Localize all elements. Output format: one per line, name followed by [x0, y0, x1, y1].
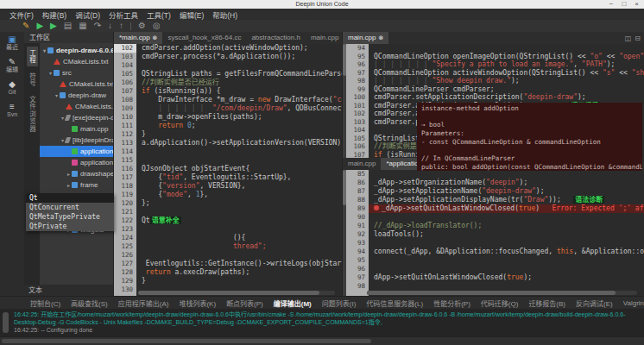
code-line[interactable]: 90 — [343, 213, 644, 222]
expander-icon[interactable]: ▾ — [54, 92, 60, 98]
tree-item[interactable]: ▾deepin-draw — [40, 90, 113, 101]
expander-icon[interactable]: ▸ — [66, 171, 72, 177]
bottom-tab-8[interactable]: 性能分析(P) — [429, 298, 475, 308]
record-icon[interactable]: ◎ — [153, 20, 161, 32]
activity-item-Git[interactable]: ◆Git — [9, 79, 16, 96]
completion-item-QtConcurrent[interactable]: QtConcurrent — [26, 203, 114, 212]
tree-item[interactable]: CMakeLists.txt — [40, 56, 113, 67]
step-down-icon[interactable]: ↓ — [108, 20, 112, 32]
code-line[interactable]: 98 — [343, 282, 644, 291]
code-line[interactable]: 105QStringList paths = getFilesFromQComm… — [114, 70, 342, 78]
minimize-button[interactable]: − — [609, 0, 614, 9]
activity-item-最近[interactable]: ▣最近 — [6, 34, 18, 51]
bottom-tab-7[interactable]: 代码信息服务器(L) — [362, 298, 427, 308]
code-line[interactable]: 92loadTools(); — [343, 230, 644, 239]
completion-item-QtPrivate[interactable]: QtPrivate — [26, 222, 114, 231]
menu-item-3[interactable]: 分析工具 — [104, 9, 142, 20]
code-line[interactable]: 94 — [343, 44, 644, 53]
code-line[interactable]: 120}; — [114, 199, 342, 208]
menu-item-6[interactable]: 帮助(H) — [208, 9, 242, 20]
tree-item[interactable]: ▾deepin-draw-6.0.6 — [40, 45, 113, 56]
code-line[interactable]: 97QCommandLineOption activeWindowOption(… — [343, 69, 644, 78]
bottom-tab-9[interactable]: 代码迁移(Q) — [477, 298, 523, 308]
code-line[interactable]: 104 — [114, 61, 342, 70]
workspace-tab-符号[interactable]: 符号 — [27, 70, 38, 90]
pencil-icon[interactable]: ✎ — [22, 20, 29, 32]
code-line[interactable]: 122Qt语意补全 — [114, 216, 342, 225]
code-line[interactable]: 103cmdParser.process(*a.dApplication()); — [114, 53, 342, 61]
split-editor-icon[interactable]: ◫ — [625, 34, 632, 42]
code-line[interactable]: 85 — [343, 170, 644, 179]
menu-item-0[interactable]: 文件(F) — [5, 9, 38, 20]
menu-item-1[interactable]: 构建(B) — [38, 9, 71, 20]
code-line[interactable]: 96| | | | | | | "Specify a path to load … — [343, 60, 644, 69]
bottom-tab-3[interactable]: 堆栈列表(K) — [174, 298, 220, 308]
close-button[interactable]: × — [635, 0, 639, 9]
workspace-tab-文件浏览器[interactable]: 文件浏览器 — [27, 93, 38, 135]
tree-item[interactable]: ▸frame — [40, 179, 113, 191]
horizontal-scrollbar[interactable] — [367, 291, 637, 295]
code-line[interactable]: 121 — [114, 208, 342, 216]
tree-item[interactable]: application.cpp — [40, 146, 113, 157]
bottom-tab-6[interactable]: 问题列表(I) — [318, 298, 361, 308]
code-line[interactable]: 124 (){ — [114, 234, 342, 242]
console-scrollbar[interactable] — [3, 312, 9, 333]
maximize-button[interactable]: □ — [622, 0, 626, 9]
expander-icon[interactable]: ▸ — [66, 182, 72, 188]
code-line[interactable]: 87_dApp->setApplicationName("deepin-draw… — [343, 187, 644, 196]
build-icon[interactable]: ▤ — [64, 20, 72, 32]
code-line[interactable]: 95QCommandLineOption openImageOption(QSt… — [343, 53, 644, 61]
code-line[interactable]: 100cmdParser.setApplicationDescription("… — [343, 93, 644, 102]
menu-item-5[interactable]: 编辑(E) — [175, 9, 208, 20]
bottom-tab-1[interactable]: 高级查找(S) — [66, 298, 112, 308]
code-line[interactable]: 102cmdParser.addOption(activeWindowOptio… — [114, 44, 342, 53]
code-line[interactable]: 114 — [114, 147, 342, 156]
tree-item[interactable]: ▸drawshape — [40, 168, 113, 179]
tree-item[interactable]: application.h — [40, 157, 113, 168]
tree-item[interactable]: ▾[lib]deepinDrawB… — [40, 135, 113, 146]
editor-left-tab-main.cpp[interactable]: main.cpp — [306, 32, 344, 44]
code-line[interactable]: 96 — [343, 265, 644, 273]
code-line[interactable]: 88_dApp->setApplicationDisplayName(tr("D… — [343, 196, 644, 204]
code-line[interactable]: 110 m_draw->openFiles(paths); — [114, 113, 342, 122]
code-line[interactable]: 118 {"version", VERSION}, — [114, 182, 342, 191]
code-line[interactable]: 89_dApp->setQuitOnLastWindowClosed(true)… — [343, 204, 644, 213]
run-icon[interactable]: ▶ — [36, 20, 43, 32]
code-line[interactable]: 123 — [114, 225, 342, 234]
redo-icon[interactable]: ↷ — [94, 20, 101, 32]
editor-right-bottom-code[interactable]: 8586_dApp->setOrganizationName("deepin")… — [343, 170, 644, 296]
code-line[interactable]: 93 — [343, 239, 644, 248]
tree-item[interactable]: ▾src — [40, 67, 113, 78]
expander-icon[interactable]: ▾ — [47, 70, 54, 76]
tab-close-icon[interactable]: ⊗ — [153, 32, 158, 44]
code-line[interactable]: 127 Eventlogutils::GetInstance()->writeL… — [114, 260, 342, 268]
horizontal-scrollbar[interactable] — [138, 291, 335, 295]
code-line[interactable]: 128 return a.execDraw(paths); — [114, 268, 342, 277]
code-line[interactable]: 115 — [114, 156, 342, 165]
code-line[interactable]: 112} — [114, 130, 342, 139]
scrollbar-thumb[interactable] — [367, 291, 616, 295]
tree-item[interactable]: ▾[exe]deepin-draw — [40, 112, 113, 123]
completion-item-QtMetaTypePrivate[interactable]: QtMetaTypePrivate — [26, 212, 114, 222]
code-line[interactable]: 117 {"tid", Eventlogutils::StartUp}, — [114, 173, 342, 182]
bottom-tab-2[interactable]: 应用程序输出(A) — [114, 298, 174, 308]
tab-close-icon[interactable]: ⊗ — [378, 32, 383, 44]
tree-item[interactable]: CMakeLists.txt — [40, 101, 113, 112]
code-line[interactable]: 125 thread"; — [114, 242, 342, 251]
code-line[interactable]: 113a.dApplication()->setApplicationVersi… — [114, 139, 342, 147]
bottom-tab-5[interactable]: 编译输出(M) — [269, 298, 316, 308]
code-line[interactable]: 99QCommandLineParser cmdParser; — [343, 85, 644, 94]
activity-item-Svn[interactable]: ≡Svn — [7, 102, 17, 118]
code-line[interactable]: 108 DrawInterface *m_draw = new DrawInte… — [114, 96, 342, 104]
code-line[interactable]: 111 return 0; — [114, 122, 342, 130]
bottom-tab-4[interactable]: 断点列表(P) — [222, 298, 268, 308]
close-pane-icon[interactable]: ⊟ — [635, 34, 641, 42]
editor-left-tab-*main.cpp[interactable]: *main.cpp⊗ — [114, 32, 162, 44]
code-line[interactable]: 86_dApp->setOrganizationName("deepin"); — [343, 179, 644, 187]
editor-right-bottom-tab-main.cpp[interactable]: main.cpp — [343, 158, 381, 170]
code-line[interactable]: 116QJsonObject objStartEvent{ — [114, 165, 342, 173]
bottom-tab-12[interactable]: Valgrind — [619, 299, 644, 307]
scrollbar-thumb[interactable] — [138, 291, 319, 295]
package-icon[interactable]: ▦ — [79, 20, 86, 32]
settings-icon[interactable]: ⚙ — [138, 20, 146, 32]
